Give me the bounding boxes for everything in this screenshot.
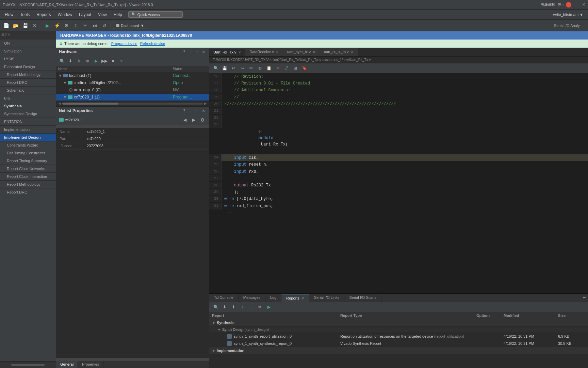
file-tab-uart-tb[interactable]: uart_rx_tx_tb.v ✕ — [320, 48, 358, 56]
hw-scrollbar[interactable] — [62, 103, 203, 105]
report-impl-header[interactable]: ▼ Implementation — [209, 347, 588, 354]
editor-copy-btn[interactable]: ⧉ — [256, 64, 264, 72]
settings-btn[interactable]: ⚙ — [62, 21, 70, 30]
netlist-tab-properties[interactable]: Properties — [78, 361, 103, 368]
file-tab-datareceive-close[interactable]: ✕ — [276, 50, 279, 54]
sidebar-item-lysis[interactable]: LYSIS — [0, 55, 56, 63]
hw-expand-btn[interactable]: » — [118, 57, 125, 65]
file-tab-uart-tb-close[interactable]: ✕ — [351, 50, 354, 54]
report-synthesis-header[interactable]: ▼ Synthesis — [209, 319, 588, 326]
cancel-btn[interactable]: ✂ — [81, 21, 89, 30]
maximize-btn[interactable]: □ — [578, 3, 580, 7]
bottom-tab-log[interactable]: Log — [265, 294, 281, 302]
menu-flow[interactable]: Flow — [1, 11, 17, 18]
netlist-panel-minimize[interactable]: ─ — [188, 108, 193, 113]
sidebar-item-elaborated-design[interactable]: Elaborated Design — [0, 63, 56, 71]
open-btn[interactable]: 📂 — [12, 21, 20, 30]
collapse-icon-23[interactable]: ⊖ — [259, 130, 261, 134]
hw-scroll-right[interactable]: ▶ — [204, 102, 207, 105]
sidebar-item-implemented-design[interactable]: Implemented Design — [0, 134, 56, 141]
netlist-panel-close[interactable]: ✕ — [201, 108, 206, 113]
hw-filter-down-btn[interactable]: ⬇ — [67, 57, 74, 65]
step-btn[interactable]: ⏭ — [91, 21, 99, 30]
sidebar-item-synthesized-design[interactable]: Synthesized Design — [0, 110, 56, 118]
hw-panel-restore[interactable]: □ — [194, 49, 200, 55]
hw-run2-btn[interactable]: ▶▶ — [101, 57, 108, 65]
hw-search-btn[interactable]: 🔍 — [58, 57, 66, 65]
sidebar-item-synthesis[interactable]: Synthesis — [0, 102, 56, 110]
reports-edit-btn[interactable]: ✏ — [256, 303, 264, 311]
close-btn[interactable]: ✕ — [582, 2, 585, 7]
netlist-tab-general[interactable]: General — [56, 361, 78, 368]
report-synth-design-header[interactable]: ▼ Synth Design (synth_design) — [209, 326, 588, 333]
editor-paste-btn[interactable]: 📋 — [265, 64, 273, 72]
sidebar-item-report-timing[interactable]: Report Timing Summary — [0, 157, 56, 165]
refresh-device-link[interactable]: Refresh device — [140, 42, 165, 46]
save-btn[interactable]: 💾 — [21, 21, 29, 30]
menu-layout[interactable]: Layout — [76, 11, 95, 18]
hw-row-arm-dap[interactable]: arm_dap_0 (0) N/A — [56, 87, 209, 94]
menu-help[interactable]: Help — [110, 11, 126, 18]
code-area[interactable]: 16 // Revision: 17 // Revision 0.01 - Fi… — [209, 73, 588, 293]
sidebar-item-edit-timing[interactable]: Edit Timing Constraints — [0, 149, 56, 157]
file-tab-datareceive[interactable]: DataReceive.v ✕ — [245, 48, 283, 56]
bottom-tab-tcl[interactable]: Tcl Console — [209, 294, 239, 302]
sidebar-item-report-methodology[interactable]: Report Methodology — [0, 71, 56, 79]
file-tab-uart-byte[interactable]: uart_byte_tx.v ✕ — [283, 48, 320, 56]
bottom-tab-reports[interactable]: Reports✕ — [281, 294, 309, 302]
hw-connect-btn[interactable]: ⊕ — [84, 57, 91, 65]
sidebar-item-report-clock-interaction[interactable]: Report Clock Interaction — [0, 173, 56, 181]
sidebar-item-bis[interactable]: BIS — [0, 94, 56, 102]
menu-view[interactable]: View — [95, 11, 110, 18]
menu-tools[interactable]: Tools — [17, 11, 33, 18]
netlist-panel-restore[interactable]: □ — [194, 108, 200, 113]
hw-row-xc7z020[interactable]: ▼ xc7z020_1 (1) Program... — [56, 94, 209, 101]
hw-filter-up-btn[interactable]: ⬆ — [75, 57, 83, 65]
bottom-tab-serial-scans[interactable]: Serial I/O Scans — [344, 294, 381, 302]
hw-row-localhost[interactable]: ▼ localhost (1) Connect... — [56, 72, 209, 79]
sidebar-item-implementation[interactable]: Implementation — [0, 126, 56, 134]
editor-save-btn[interactable]: 💾 — [221, 64, 228, 72]
file-tab-uart-rx-tx[interactable]: Uart_Rx_Tx.v ✕ — [209, 48, 245, 56]
editor-redo-btn[interactable]: ↪ — [239, 64, 246, 72]
sidebar-item-entation[interactable]: ENTATION — [0, 118, 56, 126]
netlist-panel-help[interactable]: ? — [181, 108, 187, 113]
hw-row-xilinx[interactable]: ▼ ✕ xilinx_tcf/Digilent/2102... Open — [56, 79, 209, 87]
editor-search-btn[interactable]: 🔍 — [212, 64, 219, 72]
report-row-synthesis[interactable]: synth_1_synth_synthesis_report_0 Vivado … — [209, 340, 588, 347]
reports-add-btn[interactable]: + — [239, 303, 246, 311]
record-icon[interactable] — [566, 2, 571, 7]
editor-cut-btn[interactable]: ✂ — [247, 64, 255, 72]
netlist-settings-btn[interactable]: ⚙ — [199, 116, 206, 124]
hw-panel-close[interactable]: ✕ — [201, 49, 206, 55]
hw-panel-minimize[interactable]: ─ — [188, 49, 193, 55]
sidebar-item-report-methodology2[interactable]: Report Methodology — [0, 181, 56, 188]
sidebar-item-report-drc[interactable]: Report DRC — [0, 79, 56, 87]
file-tab-uart-byte-close[interactable]: ✕ — [313, 50, 315, 54]
sum-btn[interactable]: Σ — [72, 21, 80, 30]
sidebar-item-simulation[interactable]: Simulation — [0, 47, 56, 55]
hw-run-btn[interactable]: ▶ — [92, 57, 100, 65]
editor-comment-btn[interactable]: // — [283, 64, 290, 72]
reports-tab-x[interactable]: ✕ — [301, 296, 304, 300]
reset-btn[interactable]: ↺ — [100, 21, 109, 30]
netlist-nav-forward[interactable]: ▶ — [190, 116, 197, 124]
run-btn[interactable]: ▶ — [43, 21, 51, 30]
sidebar-item-schematic[interactable]: Schematic — [0, 87, 56, 94]
dashboard-btn[interactable]: ▦ Dashboard ▼ — [113, 22, 147, 29]
program-device-link[interactable]: Program device — [111, 42, 137, 46]
sidebar-item-report-drc2[interactable]: Report DRC — [0, 188, 56, 196]
bottom-panel-expand[interactable]: ⬌ — [581, 294, 588, 302]
editor-wrap-btn[interactable]: ⊞ — [292, 64, 299, 72]
sidebar-close-icon[interactable]: ✕ — [7, 33, 10, 36]
hw-scroll-left[interactable]: ◀ — [58, 102, 61, 105]
flow-btn[interactable]: ⚡ — [53, 21, 61, 30]
reports-filter-down-btn[interactable]: ⬇ — [221, 303, 228, 311]
editor-delete-btn[interactable]: ✕ — [274, 64, 281, 72]
bottom-tab-serial-links[interactable]: Serial I/O Links — [309, 294, 345, 302]
minimize-btn[interactable]: ─ — [573, 3, 576, 7]
sidebar-item-on[interactable]: ON — [0, 40, 56, 47]
hw-panel-help[interactable]: ? — [181, 49, 187, 55]
reports-run-btn[interactable]: ▶ — [265, 303, 273, 311]
editor-undo-btn[interactable]: ↩ — [230, 64, 237, 72]
